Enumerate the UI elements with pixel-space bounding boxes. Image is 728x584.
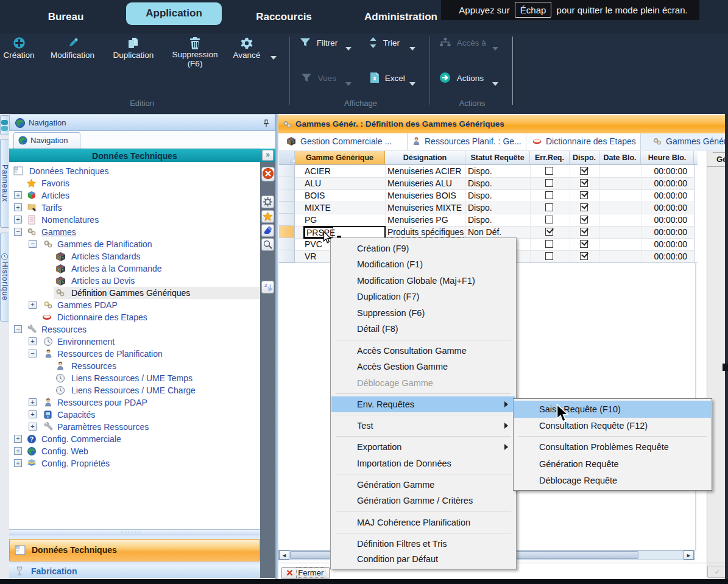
svg-text:x: x	[373, 75, 376, 82]
